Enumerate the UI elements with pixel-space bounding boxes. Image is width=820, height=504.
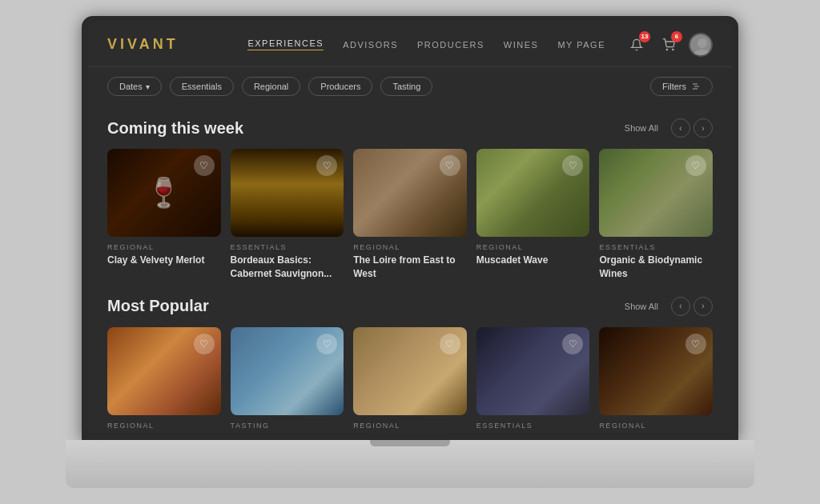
- svg-point-0: [666, 49, 667, 50]
- card-popular-3[interactable]: ♡ Essentials Wine & Food Pairing: [476, 327, 590, 434]
- card-image-coming-1: ♡: [231, 149, 344, 237]
- card-tag-coming-1: Essentials: [231, 243, 344, 251]
- section-title-coming: Coming this week: [107, 119, 625, 138]
- heart-popular-1[interactable]: ♡: [316, 334, 337, 354]
- coming-this-week-section: Coming this week Show All ‹ › ♡ Regional: [107, 118, 713, 281]
- app-container: VIVANT Experiences Advisors Producers Wi…: [88, 22, 732, 434]
- heart-coming-4[interactable]: ♡: [685, 155, 706, 176]
- card-image-popular-4: ♡: [599, 327, 713, 415]
- section-header-coming: Coming this week Show All ‹ ›: [107, 118, 713, 138]
- card-tag-coming-4: Essentials: [599, 243, 713, 251]
- section-title-popular: Most Popular: [107, 297, 625, 315]
- nav-advisors[interactable]: Advisors: [343, 40, 398, 50]
- card-image-popular-2: ♡: [353, 327, 467, 415]
- card-name-popular-1: Champagne & Bubbles: [231, 432, 344, 434]
- card-tag-popular-4: Regional: [599, 422, 713, 430]
- svg-point-2: [697, 38, 707, 48]
- card-name-popular-0: Burgundy Masterclass: [107, 432, 221, 434]
- nav-producers[interactable]: Producers: [417, 40, 484, 50]
- card-name-popular-4: Rhône Valley Reds: [599, 432, 713, 434]
- next-arrow-popular[interactable]: ›: [693, 297, 713, 316]
- heart-coming-0[interactable]: ♡: [194, 155, 215, 176]
- section-header-popular: Most Popular Show All ‹ ›: [107, 297, 713, 316]
- screen-bezel: VIVANT Experiences Advisors Producers Wi…: [82, 16, 738, 440]
- filter-producers[interactable]: Producers: [308, 77, 372, 96]
- most-popular-section: Most Popular Show All ‹ › ♡ Regional: [107, 297, 713, 434]
- show-all-popular[interactable]: Show All: [625, 302, 658, 311]
- heart-popular-2[interactable]: ♡: [440, 334, 460, 354]
- main-content: Coming this week Show All ‹ › ♡ Regional: [88, 106, 732, 434]
- laptop-base: [66, 440, 754, 488]
- card-name-popular-3: Wine & Food Pairing: [476, 432, 590, 434]
- filters-button[interactable]: Filters: [650, 77, 713, 96]
- card-popular-4[interactable]: ♡ Regional Rhône Valley Reds: [599, 327, 713, 434]
- app-logo: VIVANT: [107, 36, 179, 53]
- card-popular-2[interactable]: ♡ Regional Tuscany Classics: [353, 327, 467, 434]
- notification-button[interactable]: 13: [625, 33, 649, 57]
- card-coming-3[interactable]: ♡ Regional Muscadet Wave: [476, 149, 590, 281]
- card-image-popular-1: ♡: [231, 327, 344, 415]
- heart-popular-3[interactable]: ♡: [562, 334, 583, 354]
- filter-tasting[interactable]: Tasting: [380, 77, 432, 96]
- prev-arrow-popular[interactable]: ‹: [671, 297, 690, 316]
- card-image-coming-2: ♡: [353, 149, 467, 237]
- heart-coming-1[interactable]: ♡: [316, 155, 337, 176]
- card-coming-4[interactable]: ♡ Essentials Organic & Biodynamic Wines: [599, 149, 713, 281]
- nav-icons: 13 6: [625, 33, 713, 57]
- card-name-popular-2: Tuscany Classics: [353, 432, 467, 434]
- cart-badge: 6: [671, 31, 682, 42]
- card-coming-0[interactable]: ♡ Regional Clay & Velvety Merlot: [107, 149, 221, 281]
- card-name-coming-0: Clay & Velvety Merlot: [107, 254, 221, 267]
- nav-experiences[interactable]: Experiences: [247, 38, 324, 50]
- next-arrow-coming[interactable]: ›: [693, 118, 713, 138]
- navbar: VIVANT Experiences Advisors Producers Wi…: [88, 22, 732, 67]
- prev-arrow-coming[interactable]: ‹: [671, 118, 690, 138]
- card-tag-coming-3: Regional: [476, 243, 590, 251]
- card-tag-coming-0: Regional: [107, 243, 221, 251]
- filter-bar: Dates Essentials Regional Producers Tast…: [88, 67, 732, 106]
- heart-popular-0[interactable]: ♡: [194, 334, 215, 354]
- card-popular-1[interactable]: ♡ Tasting Champagne & Bubbles: [231, 327, 344, 434]
- nav-wines[interactable]: Wines: [504, 40, 539, 50]
- heart-popular-4[interactable]: ♡: [685, 334, 706, 354]
- filter-essentials[interactable]: Essentials: [170, 77, 234, 96]
- card-name-coming-1: Bordeaux Basics: Cabernet Sauvignon...: [231, 254, 344, 281]
- card-name-coming-3: Muscadet Wave: [476, 254, 590, 267]
- card-image-popular-3: ♡: [476, 327, 590, 415]
- nav-links: Experiences Advisors Producers Wines My …: [247, 38, 605, 50]
- card-image-coming-0: ♡: [107, 149, 221, 237]
- cart-button[interactable]: 6: [657, 33, 681, 57]
- nav-mypage[interactable]: My Page: [557, 40, 605, 50]
- card-name-coming-2: The Loire from East to West: [353, 254, 467, 281]
- popular-cards-row: ♡ Regional Burgundy Masterclass ♡ Tastin…: [107, 327, 713, 434]
- card-coming-1[interactable]: ♡ Essentials Bordeaux Basics: Cabernet S…: [231, 149, 344, 281]
- card-tag-popular-0: Regional: [107, 422, 221, 430]
- show-all-coming[interactable]: Show All: [625, 123, 658, 133]
- card-image-coming-3: ♡: [476, 149, 590, 237]
- svg-point-1: [673, 49, 673, 50]
- card-tag-popular-1: Tasting: [231, 422, 344, 430]
- card-tag-popular-2: Regional: [353, 422, 467, 430]
- card-image-coming-4: ♡: [599, 149, 713, 237]
- filter-regional[interactable]: Regional: [242, 77, 300, 96]
- card-tag-popular-3: Essentials: [476, 422, 590, 430]
- card-name-coming-4: Organic & Biodynamic Wines: [599, 254, 713, 281]
- laptop-wrapper: VIVANT Experiences Advisors Producers Wi…: [66, 16, 754, 488]
- card-tag-coming-2: Regional: [353, 243, 467, 251]
- filter-dates[interactable]: Dates: [107, 77, 162, 96]
- user-avatar[interactable]: [689, 33, 713, 57]
- card-coming-2[interactable]: ♡ Regional The Loire from East to West: [353, 149, 467, 281]
- heart-coming-2[interactable]: ♡: [440, 155, 460, 176]
- card-popular-0[interactable]: ♡ Regional Burgundy Masterclass: [107, 327, 221, 434]
- card-image-popular-0: ♡: [107, 327, 221, 415]
- svg-point-3: [693, 50, 711, 57]
- coming-cards-row: ♡ Regional Clay & Velvety Merlot ♡ Essen…: [107, 149, 713, 281]
- notification-badge: 13: [639, 31, 650, 42]
